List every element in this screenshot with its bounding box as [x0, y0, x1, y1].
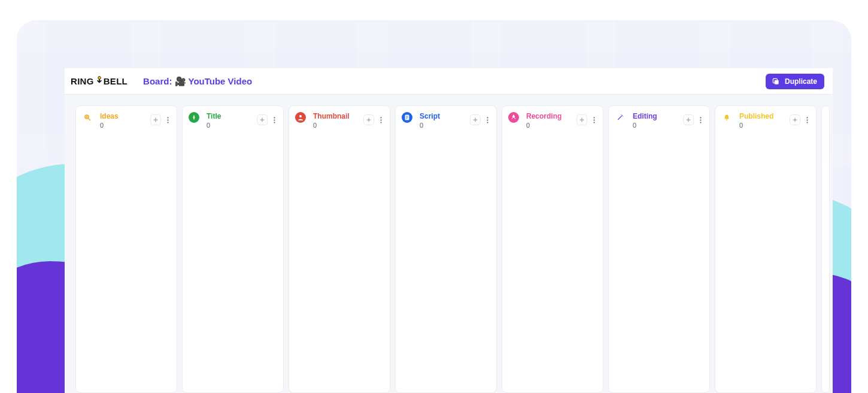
add-card-button[interactable] — [363, 114, 374, 125]
column-title-wrap: Editing0 — [633, 112, 679, 129]
column-count: 0 — [313, 122, 360, 129]
svg-point-0 — [98, 76, 101, 79]
column-header: Editing0 — [615, 112, 703, 129]
add-card-button[interactable] — [576, 114, 587, 125]
duplicate-label: Duplicate — [785, 77, 817, 86]
board-columns: Ideas0Title0Thumbnail0Script0Recording0E… — [65, 95, 833, 393]
column-menu-button[interactable] — [591, 114, 597, 125]
column-count: 0 — [100, 122, 147, 129]
board-prefix: Board: — [143, 76, 172, 86]
copy-icon — [772, 77, 780, 86]
bell-icon — [721, 112, 732, 123]
column-script: Script0 — [395, 105, 497, 393]
add-card-button[interactable] — [790, 114, 800, 125]
camera-emoji-icon: 🎥 — [175, 76, 186, 86]
column-count: 0 — [633, 122, 679, 129]
column-thumbnail: Thumbnail0 — [289, 105, 390, 393]
header-bar: RING BELL Board: 🎥 YouTube Video — [65, 68, 833, 95]
magnify-plus-icon — [82, 112, 93, 123]
column-count: 0 — [207, 122, 253, 129]
column-menu-button[interactable] — [697, 114, 703, 125]
column-recording: Recording0 — [502, 105, 603, 393]
column-title[interactable]: Ideas — [100, 112, 147, 120]
app-panel: RING BELL Board: 🎥 YouTube Video — [65, 68, 833, 393]
user-icon — [295, 112, 306, 123]
wand-icon — [615, 112, 626, 123]
column-title-wrap: Title0 — [207, 112, 253, 129]
column-menu-button[interactable] — [271, 114, 277, 125]
column-editing: Editing0 — [608, 105, 710, 393]
column-menu-button[interactable] — [165, 114, 171, 125]
column-title: Title0 — [182, 105, 284, 393]
brand-logo[interactable]: RING BELL — [71, 77, 128, 86]
column-actions — [576, 112, 597, 125]
board-title: Board: 🎥 YouTube Video — [143, 76, 252, 87]
svg-rect-1 — [775, 80, 779, 84]
background-panel: RING BELL Board: 🎥 YouTube Video — [17, 20, 851, 393]
column-actions — [150, 112, 171, 125]
column-count: 0 — [526, 122, 573, 129]
column-title-wrap: Thumbnail0 — [313, 112, 360, 129]
column-title[interactable]: Title — [207, 112, 253, 120]
column-header: Recording0 — [508, 112, 597, 129]
column-title[interactable]: Script — [420, 112, 466, 120]
column-header: Ideas0 — [82, 112, 171, 129]
column-actions — [257, 112, 277, 125]
column-actions — [683, 112, 703, 125]
column-title-wrap: Recording0 — [526, 112, 573, 129]
column-menu-button[interactable] — [484, 114, 490, 125]
column-count: 0 — [420, 122, 466, 129]
column-title-wrap: Published0 — [739, 112, 786, 129]
column-title-wrap: Ideas0 — [100, 112, 147, 129]
brand-text-right: BELL — [104, 77, 128, 86]
add-card-button[interactable] — [257, 114, 268, 125]
duplicate-button[interactable]: Duplicate — [766, 74, 824, 89]
column-title[interactable]: Thumbnail — [313, 112, 360, 120]
column-header: Thumbnail0 — [295, 112, 384, 129]
rocket-icon — [508, 112, 519, 123]
column-actions — [790, 112, 810, 125]
board-name: YouTube Video — [189, 76, 253, 86]
column-actions — [470, 112, 490, 125]
add-card-button[interactable] — [683, 114, 694, 125]
column-published: Published0 — [715, 105, 817, 393]
column-actions — [363, 112, 384, 125]
add-card-button[interactable] — [150, 114, 161, 125]
document-icon — [402, 112, 412, 123]
column-count: 0 — [739, 122, 786, 129]
column-header: Title0 — [189, 112, 277, 129]
column-header: Script0 — [402, 112, 490, 129]
add-card-button[interactable] — [470, 114, 481, 125]
viewport: RING BELL Board: 🎥 YouTube Video — [0, 0, 868, 393]
column-title-wrap: Script0 — [420, 112, 466, 129]
column-header: Published0 — [721, 112, 810, 129]
pointer-icon — [95, 76, 104, 86]
column-ideas: Ideas0 — [75, 105, 177, 393]
column-menu-button[interactable] — [804, 114, 810, 125]
brand-text-left: RING — [71, 77, 94, 86]
column-title[interactable]: Editing — [633, 112, 679, 120]
compass-icon — [189, 112, 199, 123]
column-title[interactable]: Published — [739, 112, 786, 120]
column-menu-button[interactable] — [378, 114, 384, 125]
column-title[interactable]: Recording — [526, 112, 573, 120]
add-column-button[interactable] — [821, 105, 830, 393]
